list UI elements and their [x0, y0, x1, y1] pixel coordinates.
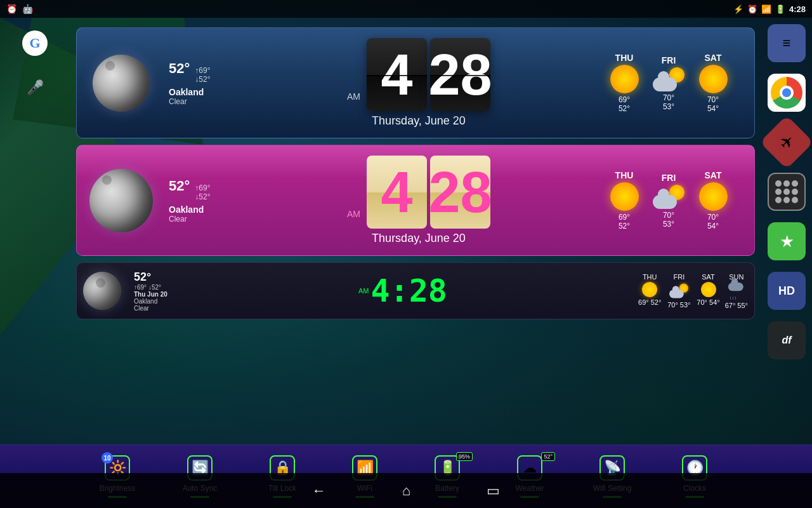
alarm-icon: ⏰ — [6, 4, 17, 14]
widget1-ampm: AM — [347, 91, 360, 102]
widget2-forecast-thu: THU 69°52° — [605, 170, 643, 231]
widget3-sun-rain-icon: ||| — [727, 283, 746, 300]
widget1-moon — [93, 55, 150, 112]
alarm-right-icon: ⏰ — [747, 4, 757, 14]
battery-badge: 95% — [456, 452, 473, 461]
widget3-forecast-sun: SUN ||| 67° 55° — [725, 273, 748, 309]
widget2-fri-cloud-sun-icon — [653, 185, 684, 209]
widget2-forecast-sat: SAT 70°54° — [694, 170, 732, 231]
widget3-time: 4:28 — [370, 272, 447, 309]
widget2-ampm: AM — [347, 209, 360, 219]
widget2-city: Oakland — [169, 204, 239, 215]
widget1-forecast-thu: THU 69°52° — [605, 53, 643, 113]
widget1-condition: Clear — [169, 97, 239, 106]
widget2-date: Thursday, June 20 — [372, 232, 466, 245]
status-left-icons: ⏰ 🤖 — [6, 4, 33, 14]
widget1-moon-section — [77, 48, 166, 118]
widget1-sat-sun-icon — [699, 65, 728, 93]
widget1-temp-high: ↑69° — [195, 66, 210, 75]
widget1-forecast-sat: SAT 70°54° — [694, 53, 732, 113]
widget3-forecast: THU 69° 52° FRI 70° 53° SAT 70° 54° SUN — [632, 270, 754, 312]
apps-grid-app[interactable] — [768, 173, 806, 211]
widget2-min-card: 28 — [430, 156, 490, 229]
widget-pink: 52° ↑69° ↓52° Oakland Clear AM 4 28 Thur… — [76, 145, 755, 256]
widget3-moon-section — [77, 269, 128, 313]
weather-badge: 52° — [541, 452, 555, 461]
widget3-weather: 52° ↑69° ↓52° Thu Jun 20 Oakland Clear — [128, 267, 174, 315]
widget1-temp-low: ↓52° — [195, 75, 210, 84]
status-bar: ⏰ 🤖 ⚡ ⏰ 📶 🔋 4:28 — [0, 0, 812, 18]
widget3-temp-range: ↑69° ↓52° — [134, 284, 167, 291]
widget1-clock-section: AM 4 28 Thursday, June 20 — [242, 38, 596, 128]
widget2-clock-section: AM 4 28 Thursday, June 20 — [242, 156, 596, 245]
widget-dark: 52° ↑69° ↓52° Thu Jun 20 Oakland Clear A… — [76, 262, 755, 319]
widget2-temp-high: ↑69° — [195, 184, 210, 192]
widget3-date: Thu Jun 20 — [134, 291, 167, 298]
widget2-weather-info: 52° ↑69° ↓52° Oakland Clear — [166, 173, 242, 229]
widget1-thu-sun-icon — [610, 65, 639, 93]
widget-blue: 52° ↑69° ↓52° Oakland Clear AM 4 28 Thur… — [76, 27, 755, 138]
right-sidebar: ≡ ✈ ★ HD df — [761, 18, 812, 470]
android-icon: 🤖 — [22, 4, 33, 14]
widget3-city: Oakland — [134, 298, 167, 305]
chrome-app[interactable] — [768, 74, 806, 112]
brightness-badge: 10 — [102, 452, 113, 464]
widget1-city: Oakland — [169, 87, 239, 97]
status-right-icons: ⚡ ⏰ 📶 🔋 4:28 — [733, 4, 806, 14]
star-app[interactable]: ★ — [768, 222, 806, 260]
widget2-flip-clock: AM 4 28 — [347, 156, 490, 229]
widget1-fri-cloud-sun-icon — [653, 67, 684, 91]
hd-widget-app[interactable]: HD — [768, 272, 806, 310]
main-content: 52° ↑69° ↓52° Oakland Clear AM 4 28 Thur… — [70, 18, 761, 470]
battery-status-icon: 🔋 — [775, 4, 785, 14]
widget3-clock: AM 4:28 — [174, 272, 632, 309]
widget3-condition: Clear — [134, 305, 167, 312]
wifi-status-icon: 📶 — [761, 4, 771, 14]
widget1-flip-clock: AM 4 28 — [347, 38, 490, 111]
df-app[interactable]: df — [768, 321, 806, 359]
widget3-ampm: AM — [358, 287, 369, 295]
status-time: 4:28 — [789, 4, 806, 14]
widget2-hour-card: 4 — [367, 156, 427, 229]
widget1-min: 28 — [428, 46, 492, 104]
widget2-condition: Clear — [169, 215, 239, 224]
widget1-temp: 52° — [169, 60, 190, 77]
settings-sliders-app[interactable]: ≡ — [768, 24, 806, 62]
widget1-hour: 4 — [381, 46, 412, 104]
widget3-temp: 52° — [134, 271, 167, 284]
widget1-forecast-fri: FRI 70°53° — [650, 55, 688, 111]
widget2-moon — [89, 169, 153, 232]
widget1-forecast: THU 69°52° FRI 70°53° SAT 70°54° — [596, 46, 754, 119]
widget2-sat-sun-icon — [699, 182, 728, 211]
widget3-thu-sun-icon — [642, 282, 657, 297]
rocket-app[interactable]: ✈ — [760, 116, 812, 170]
widget3-sat-sun-icon — [701, 282, 716, 297]
widget3-forecast-sat: SAT 70° 54° — [697, 273, 719, 309]
recent-button[interactable]: ▭ — [487, 483, 500, 499]
system-nav-bar: ← ⌂ ▭ — [0, 473, 812, 508]
widget1-min-card: 28 — [430, 38, 490, 111]
widget2-hour: 4 — [381, 164, 412, 221]
widget3-forecast-thu: THU 69° 52° — [638, 273, 661, 309]
bluetooth-icon: ⚡ — [733, 4, 743, 14]
widget3-fri-cloud-sun-icon — [669, 283, 688, 298]
widget1-date: Thursday, June 20 — [372, 114, 466, 128]
widget2-forecast: THU 69°52° FRI 70°53° SAT 70°54° — [596, 164, 754, 237]
google-search-icon[interactable]: G — [22, 30, 48, 56]
widget1-hour-card: 4 — [367, 38, 427, 111]
back-button[interactable]: ← — [312, 483, 326, 499]
widget3-forecast-fri: FRI 70° 53° — [666, 273, 691, 309]
widget2-thu-sun-icon — [610, 182, 639, 211]
widget2-temp-low: ↓52° — [195, 192, 210, 201]
home-button[interactable]: ⌂ — [402, 483, 410, 499]
widget2-forecast-fri: FRI 70°53° — [650, 173, 688, 229]
microphone-icon[interactable]: 🎤 — [22, 75, 48, 100]
widget2-temp: 52° — [169, 178, 190, 194]
widget2-moon-section — [77, 163, 166, 239]
widget2-min: 28 — [428, 164, 492, 221]
widget3-moon — [83, 272, 121, 310]
widget1-weather-info: 52° ↑69° ↓52° Oakland Clear — [166, 55, 242, 111]
left-sidebar: G 🎤 — [0, 18, 70, 470]
